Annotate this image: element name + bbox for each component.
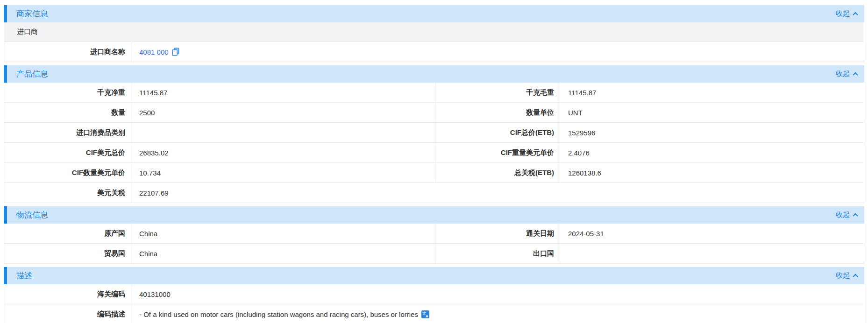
section-header: 描述 收起 (4, 267, 864, 284)
field-value: 1529596 (560, 123, 864, 142)
collapse-label: 收起 (836, 211, 850, 219)
field-value-cell: - Of a kind used on motor cars (includin… (131, 304, 864, 323)
section-title: 商家信息 (16, 8, 48, 19)
field-label: 通关日期 (435, 224, 560, 243)
section-header: 产品信息 收起 (4, 65, 864, 83)
section-description: 描述 收起 海关编码 40131000 编码描述 - Of a kind use… (4, 267, 864, 323)
section-title: 物流信息 (16, 210, 48, 220)
field-label: CIF数量美元单价 (4, 163, 131, 183)
description-table: 海关编码 40131000 编码描述 - Of a kind used on m… (4, 284, 864, 323)
chevron-up-icon (853, 213, 858, 218)
copy-icon (172, 48, 179, 56)
merchant-table: 进口商 进口商名称 4081 000 (4, 22, 864, 62)
field-value-cell: 4081 000 (131, 42, 864, 62)
field-label: 美元关税 (4, 183, 131, 203)
field-value: 10.734 (131, 163, 435, 183)
field-label: 贸易国 (4, 244, 131, 263)
table-row: CIF数量美元单价 10.734 总关税(ETB) 1260138.6 (4, 163, 864, 183)
table-row: 海关编码 40131000 (4, 284, 864, 304)
field-value: 1260138.6 (560, 163, 864, 183)
field-value: China (131, 244, 435, 263)
trade-record-page: 商家信息 收起 进口商 进口商名称 4081 000 (0, 0, 868, 323)
field-value: 11145.87 (131, 83, 435, 102)
table-row: 贸易国 China 出口国 (4, 244, 864, 264)
section-logistics-info: 物流信息 收起 原产国 China 通关日期 2024-05-31 贸易国 Ch… (4, 206, 864, 264)
chevron-up-icon (853, 72, 858, 77)
field-value: 2024-05-31 (560, 224, 864, 243)
field-value: UNT (560, 103, 864, 122)
collapse-label: 收起 (836, 271, 850, 280)
hs-code-description: - Of a kind used on motor cars (includin… (139, 310, 418, 318)
collapse-button[interactable]: 收起 (836, 271, 857, 280)
field-value: 22107.69 (131, 183, 864, 203)
section-header: 商家信息 收起 (4, 5, 864, 22)
field-label: 千克毛重 (435, 83, 560, 102)
collapse-button[interactable]: 收起 (836, 9, 857, 18)
svg-text:A: A (426, 314, 428, 318)
translate-icon: 文 A (421, 310, 429, 318)
section-product-info: 产品信息 收起 千克净重 11145.87 千克毛重 11145.87 数量 2… (4, 65, 864, 203)
field-label: CIF美元总价 (4, 143, 131, 162)
logistics-table: 原产国 China 通关日期 2024-05-31 贸易国 China 出口国 (4, 224, 864, 264)
field-value: 2.4076 (560, 143, 864, 162)
table-row: 进口消费品类别 CIF总价(ETB) 1529596 (4, 123, 864, 143)
field-label: 数量单位 (435, 103, 560, 122)
field-value: China (131, 224, 435, 243)
section-header: 物流信息 收起 (4, 206, 864, 224)
field-label: 总关税(ETB) (435, 163, 560, 183)
table-row: 美元关税 22107.69 (4, 183, 864, 203)
field-value: 2500 (131, 103, 435, 122)
field-label: CIF重量美元单价 (435, 143, 560, 162)
group-row-importer: 进口商 (4, 22, 864, 42)
table-row: 千克净重 11145.87 千克毛重 11145.87 (4, 83, 864, 103)
field-label: 数量 (4, 103, 131, 122)
field-value (560, 244, 864, 263)
field-label: 海关编码 (4, 284, 131, 304)
translate-button[interactable]: 文 A (421, 310, 429, 318)
field-value: 11145.87 (560, 83, 864, 102)
product-table: 千克净重 11145.87 千克毛重 11145.87 数量 2500 数量单位… (4, 83, 864, 203)
table-row: 进口商名称 4081 000 (4, 42, 864, 62)
table-row: 数量 2500 数量单位 UNT (4, 103, 864, 123)
collapse-label: 收起 (836, 9, 850, 18)
table-row: CIF美元总价 26835.02 CIF重量美元单价 2.4076 (4, 143, 864, 163)
field-label: 千克净重 (4, 83, 131, 102)
copy-button[interactable] (172, 48, 179, 56)
field-label: 原产国 (4, 224, 131, 243)
section-title: 产品信息 (16, 69, 48, 79)
section-title: 描述 (16, 270, 32, 281)
field-label: 出口国 (435, 244, 560, 263)
collapse-button[interactable]: 收起 (836, 211, 857, 219)
field-value: 26835.02 (131, 143, 435, 162)
table-row: 原产国 China 通关日期 2024-05-31 (4, 224, 864, 244)
group-row-label: 进口商 (17, 28, 38, 36)
table-row: 编码描述 - Of a kind used on motor cars (inc… (4, 304, 864, 323)
collapse-label: 收起 (836, 70, 850, 78)
field-label: 进口消费品类别 (4, 123, 131, 142)
field-value: 40131000 (131, 284, 864, 304)
importer-name-link[interactable]: 4081 000 (139, 48, 169, 56)
collapse-button[interactable]: 收起 (836, 70, 857, 78)
field-label: 编码描述 (4, 304, 131, 323)
section-merchant-info: 商家信息 收起 进口商 进口商名称 4081 000 (4, 5, 864, 62)
field-label: CIF总价(ETB) (435, 123, 560, 142)
chevron-up-icon (853, 12, 858, 17)
chevron-up-icon (853, 274, 858, 279)
field-label: 进口商名称 (4, 42, 131, 62)
field-value (131, 123, 435, 142)
